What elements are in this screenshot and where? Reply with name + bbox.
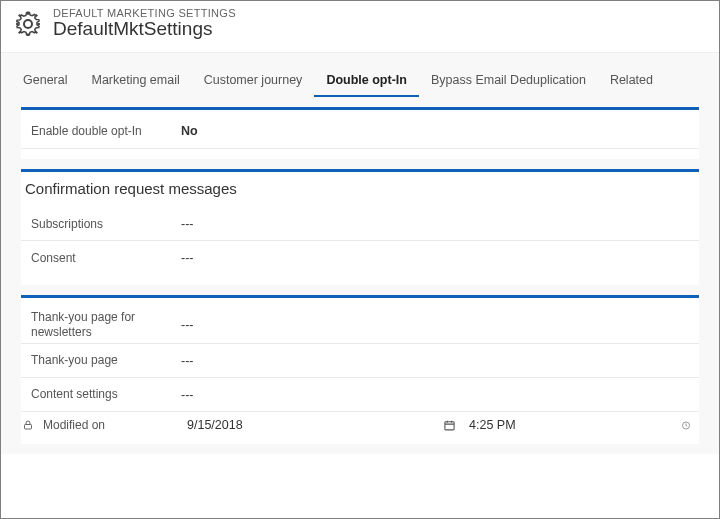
- subscriptions-value[interactable]: ---: [181, 217, 194, 231]
- tab-double-opt-in[interactable]: Double opt-In: [314, 67, 419, 97]
- svg-rect-1: [25, 425, 32, 430]
- thankyou-page-label: Thank-you page: [31, 353, 181, 367]
- settings-page: DEFAULT MARKETING SETTINGS DefaultMktSet…: [0, 0, 720, 519]
- lock-icon: [21, 419, 35, 431]
- tab-bypass-dedup[interactable]: Bypass Email Deduplication: [419, 67, 598, 97]
- consent-label: Consent: [31, 251, 181, 265]
- modified-on-row: Modified on 9/15/2018 4:25 PM: [21, 412, 699, 434]
- svg-point-0: [24, 20, 32, 28]
- section-enable: Enable double opt-In No: [21, 107, 699, 159]
- enable-double-optin-value[interactable]: No: [181, 124, 198, 138]
- page-title: DefaultMktSettings: [53, 18, 236, 40]
- tab-related[interactable]: Related: [598, 67, 665, 97]
- gear-icon: [13, 9, 43, 39]
- consent-value[interactable]: ---: [181, 251, 194, 265]
- svg-rect-2: [445, 421, 454, 429]
- tab-general[interactable]: General: [11, 67, 79, 97]
- clock-icon[interactable]: [681, 419, 695, 432]
- tab-marketing-email[interactable]: Marketing email: [79, 67, 191, 97]
- calendar-icon[interactable]: [443, 419, 457, 432]
- tabs-bar: General Marketing email Customer journey…: [1, 52, 719, 454]
- section-confirmation: Confirmation request messages Subscripti…: [21, 169, 699, 285]
- subscriptions-label: Subscriptions: [31, 217, 181, 231]
- section-confirmation-title: Confirmation request messages: [21, 172, 699, 207]
- tab-customer-journey[interactable]: Customer journey: [192, 67, 315, 97]
- thankyou-newsletters-value[interactable]: ---: [181, 318, 194, 332]
- enable-double-optin-label: Enable double opt-In: [31, 124, 181, 138]
- modified-on-date: 9/15/2018: [187, 418, 437, 432]
- page-header: DEFAULT MARKETING SETTINGS DefaultMktSet…: [1, 1, 719, 52]
- modified-on-label: Modified on: [43, 418, 179, 432]
- thankyou-newsletters-label: Thank-you page for newsletters: [31, 310, 181, 339]
- thankyou-page-value[interactable]: ---: [181, 354, 194, 368]
- content-settings-label: Content settings: [31, 387, 181, 401]
- content-settings-value[interactable]: ---: [181, 388, 194, 402]
- modified-on-time: 4:25 PM: [469, 418, 675, 432]
- section-thankyou: Thank-you page for newsletters --- Thank…: [21, 295, 699, 444]
